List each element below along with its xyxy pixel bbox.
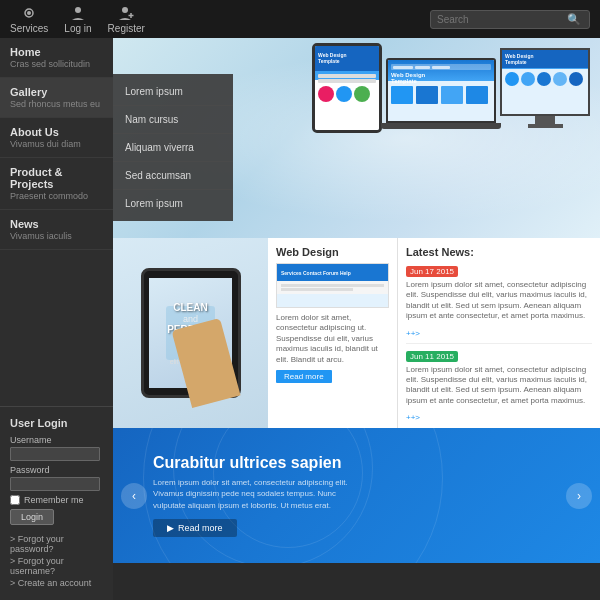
banner-read-more-button[interactable]: ▶ Read more (153, 519, 237, 537)
sidebar-home-sub: Cras sed sollicitudin (10, 59, 103, 69)
device-tablet: Web DesignTemplate (312, 43, 382, 133)
remember-label: Remember me (24, 495, 84, 505)
nav-register-label: Register (108, 23, 145, 34)
nav-services[interactable]: Services (10, 4, 48, 34)
sidebar-item-gallery[interactable]: Gallery Sed rhoncus metus eu (0, 78, 113, 118)
sidebar-products-title: Product & Projects (10, 166, 103, 190)
sidebar-gallery-title: Gallery (10, 86, 103, 98)
register-icon (117, 4, 135, 22)
forgot-username-link[interactable]: Forgot your username? (10, 556, 103, 576)
svg-point-2 (75, 7, 81, 13)
dropdown-item-2[interactable]: Aliquam viverra (113, 134, 233, 162)
sidebar-item-home[interactable]: Home Cras sed sollicitudin (0, 38, 113, 78)
password-label: Password (10, 465, 103, 475)
news-more-0[interactable]: ++> (406, 329, 420, 338)
web-design-title: Web Design (276, 246, 389, 258)
sidebar-news-sub: Vivamus iaculis (10, 231, 103, 241)
sidebar-item-about[interactable]: About Us Vivamus dui diam (0, 118, 113, 158)
banner-heading: Curabitur ultrices sapien (153, 454, 353, 472)
news-text-0: Lorem ipsum dolor sit amet, consectetur … (406, 280, 592, 322)
username-input[interactable] (10, 447, 100, 461)
svg-point-3 (122, 7, 128, 13)
mid-section: CLEAN and PERFECT Praesent laoreet elit … (113, 238, 600, 428)
tablet-screen: Web DesignTemplate (315, 46, 379, 130)
sidebar-about-title: About Us (10, 126, 103, 138)
password-input[interactable] (10, 477, 100, 491)
nav-register[interactable]: Register (108, 4, 145, 34)
nav-login[interactable]: Log in (64, 4, 91, 34)
remember-checkbox[interactable] (10, 495, 20, 505)
sidebar-menu: Home Cras sed sollicitudin Gallery Sed r… (0, 38, 113, 406)
laptop-base (381, 123, 501, 129)
web-design-section: Web Design Services Contact Forum Help L… (268, 238, 398, 428)
forgot-password-link[interactable]: Forgot your password? (10, 534, 103, 554)
news-more-1[interactable]: ++> (406, 413, 420, 422)
services-icon (20, 4, 38, 22)
login-title: User Login (10, 417, 103, 429)
sidebar-home-title: Home (10, 46, 103, 58)
news-article-0: Jun 17 2015 Lorem ipsum dolor sit amet, … (406, 264, 592, 338)
devices-container: Web DesignTemplate (312, 43, 590, 133)
latest-news-section: Latest News: Jun 17 2015 Lorem ipsum dol… (398, 238, 600, 428)
monitor-screen: Web DesignTemplate (500, 48, 590, 116)
and-text: and (183, 314, 198, 324)
nav-login-label: Log in (64, 23, 91, 34)
read-more-button[interactable]: Read more (276, 370, 332, 383)
nav-services-label: Services (10, 23, 48, 34)
user-login-panel: User Login Username Password Remember me… (0, 406, 113, 600)
login-button[interactable]: Login (10, 509, 54, 525)
news-date-0: Jun 17 2015 (406, 266, 458, 277)
web-design-text: Lorem dolor sit amet, consectetur adipis… (276, 313, 389, 365)
dropdown-item-1[interactable]: Nam cursus (113, 106, 233, 134)
svg-point-1 (27, 11, 31, 15)
gallery-dropdown: Lorem ipsum Nam cursus Aliquam viverra S… (113, 74, 233, 221)
laptop-screen: Web DesignTemplate (386, 58, 496, 123)
news-date-1: Jun 11 2015 (406, 351, 458, 362)
banner-next-button[interactable]: › (566, 483, 592, 509)
web-design-thumbnail: Services Contact Forum Help (276, 263, 389, 308)
login-links: Forgot your password? Forgot your userna… (10, 534, 103, 588)
device-laptop: Web DesignTemplate (386, 58, 496, 133)
news-text-1: Lorem ipsum dolor sit amet, consectetur … (406, 365, 592, 407)
sidebar-about-sub: Vivamus dui diam (10, 139, 103, 149)
sidebar: Home Cras sed sollicitudin Gallery Sed r… (0, 38, 113, 600)
create-account-link[interactable]: Create an account (10, 578, 103, 588)
search-icon: 🔍 (567, 13, 581, 26)
dropdown-item-4[interactable]: Lorem ipsum (113, 190, 233, 217)
search-bar[interactable]: 🔍 (430, 10, 590, 29)
search-input[interactable] (437, 14, 567, 25)
sidebar-products-sub: Praesent commodo (10, 191, 103, 201)
remember-row: Remember me (10, 495, 103, 505)
device-monitor: Web DesignTemplate (500, 48, 590, 133)
banner-text-container: Curabitur ultrices sapien Lorem ipsum do… (153, 454, 353, 537)
top-navigation: Services Log in Register 🔍 (0, 0, 600, 38)
sidebar-item-products[interactable]: Product & Projects Praesent commodo (0, 158, 113, 210)
news-divider (406, 343, 592, 344)
sidebar-gallery-sub: Sed rhoncus metus eu (10, 99, 103, 109)
tablet-hand-section: CLEAN and PERFECT Praesent laoreet elit … (113, 238, 268, 428)
banner-btn-label: Read more (178, 523, 223, 533)
sidebar-item-news[interactable]: News Vivamus iaculis (0, 210, 113, 250)
login-icon (69, 4, 87, 22)
sidebar-news-title: News (10, 218, 103, 230)
main-layout: Home Cras sed sollicitudin Gallery Sed r… (0, 38, 600, 600)
dropdown-item-3[interactable]: Sed accumsan (113, 162, 233, 190)
play-icon: ▶ (167, 523, 174, 533)
bottom-banner: ‹ Curabitur ultrices sapien Lorem ipsum … (113, 428, 600, 563)
username-label: Username (10, 435, 103, 445)
dropdown-item-0[interactable]: Lorem ipsum (113, 78, 233, 106)
clean-text: CLEAN (173, 302, 207, 314)
banner-prev-button[interactable]: ‹ (121, 483, 147, 509)
banner-subtext: Lorem ipsum dolor sit amet, consectetur … (153, 477, 353, 511)
news-article-1: Jun 11 2015 Lorem ipsum dolor sit amet, … (406, 349, 592, 423)
news-title: Latest News: (406, 246, 592, 258)
